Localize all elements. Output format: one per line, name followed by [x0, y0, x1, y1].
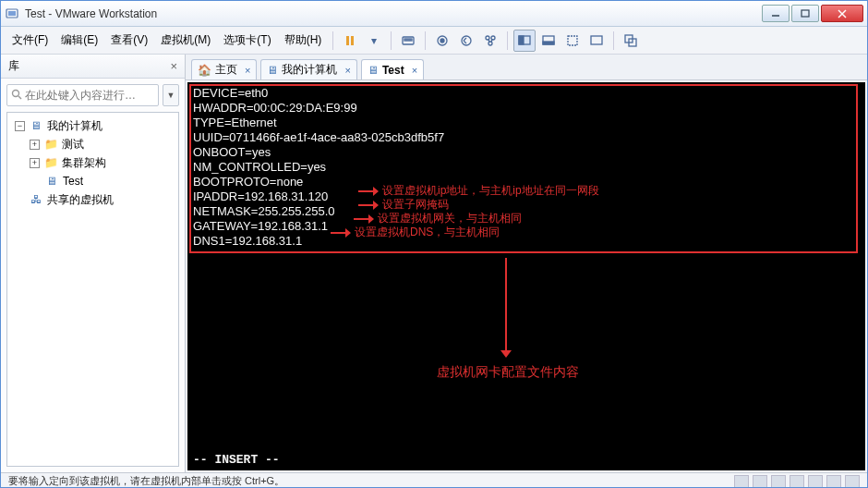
manage-snapshot-icon[interactable] — [479, 30, 501, 52]
annotation-dns: 设置虚拟机DNS，与主机相同 — [331, 225, 500, 240]
search-icon — [11, 87, 22, 104]
status-device-icons — [734, 475, 860, 488]
expand-icon[interactable]: + — [30, 140, 40, 150]
menu-file[interactable]: 文件(F) — [6, 29, 54, 52]
collapse-icon[interactable]: − — [15, 121, 25, 131]
send-keys-icon[interactable] — [397, 30, 419, 52]
snapshot-icon[interactable] — [431, 30, 453, 52]
svg-rect-10 — [407, 39, 409, 41]
svg-rect-11 — [410, 39, 412, 41]
search-dropdown-button[interactable]: ▼ — [163, 84, 179, 106]
separator — [425, 31, 426, 50]
device-icon[interactable] — [845, 475, 860, 488]
arrow-down-icon — [501, 258, 511, 360]
view-console-icon[interactable] — [513, 30, 536, 52]
device-icon[interactable] — [771, 475, 786, 488]
main-area: 🏠 主页 × 🖥 我的计算机 × 🖥 Test × DEVICE=eth0 HW… — [186, 55, 867, 472]
separator — [332, 31, 333, 50]
vm-icon: 🖥 — [44, 174, 59, 189]
sidebar-title: 库 — [8, 58, 19, 74]
shared-icon: 🖧 — [29, 192, 43, 207]
svg-point-26 — [13, 91, 19, 97]
expand-icon[interactable]: + — [30, 158, 40, 168]
view-thumbnail-icon[interactable] — [537, 30, 560, 52]
tab-close-icon[interactable]: × — [245, 65, 250, 76]
svg-rect-9 — [404, 39, 406, 41]
svg-rect-22 — [568, 36, 577, 45]
arrow-right-icon — [331, 229, 351, 237]
tree-label: 我的计算机 — [47, 118, 102, 134]
minimize-button[interactable] — [762, 5, 790, 22]
tab-home[interactable]: 🏠 主页 × — [191, 59, 257, 79]
tree-label: 集群架构 — [62, 155, 106, 171]
tree-shared[interactable]: 🖧 共享的虚拟机 — [9, 190, 176, 209]
arrow-right-icon — [354, 215, 374, 223]
svg-line-27 — [18, 96, 21, 99]
tab-mycomputer[interactable]: 🖥 我的计算机 × — [260, 59, 356, 79]
tab-test[interactable]: 🖥 Test × — [361, 59, 424, 79]
revert-icon[interactable] — [455, 30, 477, 52]
svg-rect-6 — [346, 36, 349, 45]
tree-folder-test[interactable]: + 📁 测试 — [9, 135, 176, 153]
tab-row: 🏠 主页 × 🖥 我的计算机 × 🖥 Test × — [186, 55, 867, 80]
close-button[interactable] — [821, 5, 863, 22]
arrow-right-icon — [358, 201, 379, 209]
folder-icon: 📁 — [43, 155, 58, 170]
search-input[interactable] — [25, 89, 154, 102]
terminal[interactable]: DEVICE=eth0 HWADDR=00:0C:29:DA:E9:99 TYP… — [187, 82, 865, 470]
tree-root[interactable]: − 🖥 我的计算机 — [9, 116, 176, 135]
search-input-box[interactable] — [6, 84, 159, 106]
svg-rect-19 — [519, 36, 524, 44]
annotation-bottom: 虚拟机网卡配置文件内容 — [437, 364, 579, 381]
svg-rect-3 — [802, 10, 809, 17]
svg-point-14 — [462, 36, 471, 45]
menu-edit[interactable]: 编辑(E) — [55, 29, 103, 52]
computer-icon: 🖥 — [29, 118, 43, 133]
sidebar: 库 × ▼ − 🖥 我的计算机 + 📁 测试 — [1, 55, 186, 472]
tab-label: Test — [382, 64, 404, 77]
sidebar-close-icon[interactable]: × — [170, 59, 177, 73]
pause-icon[interactable] — [339, 30, 361, 52]
device-icon[interactable] — [734, 475, 749, 488]
statusbar: 要将输入定向到该虚拟机，请在虚拟机内部单击或按 Ctrl+G。 — [1, 472, 867, 488]
folder-icon: 📁 — [43, 137, 58, 152]
device-icon[interactable] — [826, 475, 841, 488]
tree-label: Test — [63, 175, 83, 188]
device-icon[interactable] — [790, 475, 804, 488]
menubar: 文件(F) 编辑(E) 查看(V) 虚拟机(M) 选项卡(T) 帮助(H) ▾ — [1, 27, 867, 55]
separator — [613, 31, 614, 50]
tree-folder-cluster[interactable]: + 📁 集群架构 — [9, 153, 176, 172]
svg-rect-23 — [591, 36, 602, 44]
menu-help[interactable]: 帮助(H) — [279, 29, 328, 52]
home-icon: 🏠 — [198, 64, 211, 77]
svg-rect-21 — [543, 42, 554, 44]
separator — [391, 31, 392, 50]
window-title: Test - VMware Workstation — [25, 7, 760, 20]
svg-rect-7 — [351, 36, 354, 45]
titlebar: Test - VMware Workstation — [1, 1, 867, 27]
tree-label: 共享的虚拟机 — [47, 192, 114, 208]
svg-point-13 — [440, 39, 444, 43]
stretch-icon[interactable] — [561, 30, 584, 52]
device-icon[interactable] — [753, 475, 767, 488]
tree-vm-test[interactable]: 🖥 Test — [9, 172, 176, 190]
menu-vm[interactable]: 虚拟机(M) — [155, 29, 216, 52]
menu-tabs[interactable]: 选项卡(T) — [218, 29, 276, 52]
sidebar-header: 库 × — [1, 55, 185, 79]
menu-view[interactable]: 查看(V) — [105, 29, 153, 52]
tab-close-icon[interactable]: × — [412, 65, 417, 76]
tree: − 🖥 我的计算机 + 📁 测试 + 📁 集群架构 🖥 Test 🖧 — [6, 112, 179, 467]
dropdown-icon[interactable]: ▾ — [363, 30, 385, 52]
vm-icon: 🖥 — [368, 64, 379, 77]
app-icon — [5, 6, 19, 21]
tab-close-icon[interactable]: × — [344, 65, 350, 76]
unity-icon[interactable] — [620, 30, 642, 52]
computer-icon: 🖥 — [267, 64, 278, 77]
maximize-button[interactable] — [791, 5, 819, 22]
device-icon[interactable] — [808, 475, 823, 488]
tab-label: 主页 — [215, 62, 237, 78]
fullscreen-icon[interactable] — [585, 30, 608, 52]
svg-rect-1 — [8, 11, 16, 16]
window-buttons — [760, 5, 863, 22]
separator — [507, 31, 508, 50]
